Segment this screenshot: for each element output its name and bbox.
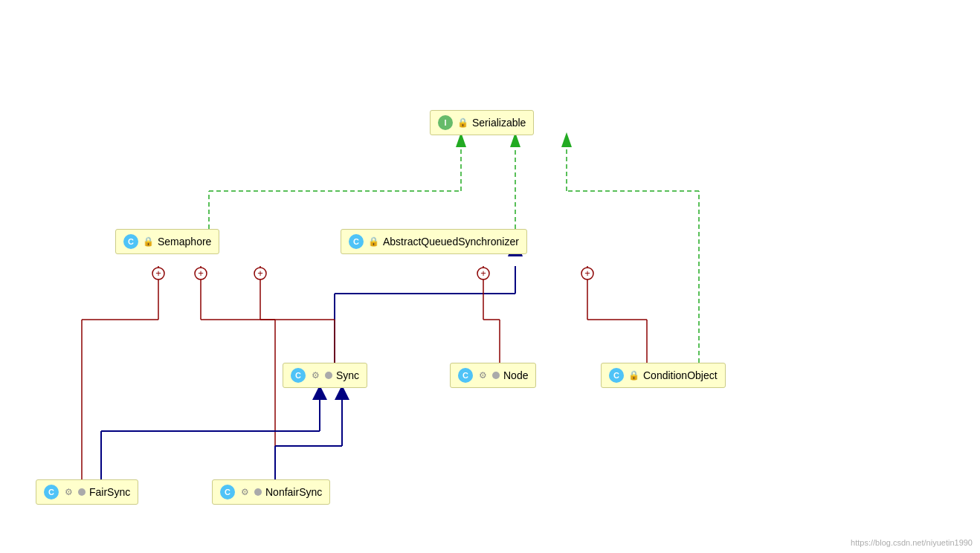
node-node: C ⚙ Node <box>450 363 536 388</box>
watermark: https://blog.csdn.net/niyuetin1990 <box>851 538 973 547</box>
semaphore-label: Semaphore <box>158 236 211 248</box>
svg-text:+: + <box>155 268 161 279</box>
svg-point-32 <box>477 268 489 279</box>
node-dot-icon <box>492 372 500 379</box>
node-type-icon: C <box>458 368 473 383</box>
aqs-label: AbstractQueuedSynchronizer <box>383 236 519 248</box>
serializable-node: I 🔒 Serializable <box>430 110 534 135</box>
semaphore-node: C 🔒 Semaphore <box>115 229 219 254</box>
conditionobject-label: ConditionObject <box>643 369 718 381</box>
conditionobject-lock-icon: 🔒 <box>628 369 639 381</box>
fairsync-gear-icon: ⚙ <box>62 486 74 498</box>
aqs-type-icon: C <box>349 234 364 249</box>
sync-node: C ⚙ Sync <box>283 363 367 388</box>
node-label: Node <box>503 369 528 381</box>
serializable-label: Serializable <box>472 117 526 129</box>
fairsync-type-icon: C <box>44 485 59 499</box>
svg-text:+: + <box>480 268 486 279</box>
node-gear-icon: ⚙ <box>477 369 489 381</box>
serializable-type-icon: I <box>438 115 453 130</box>
serializable-lock-icon: 🔒 <box>457 117 468 129</box>
svg-marker-9 <box>561 132 572 147</box>
nonfairsync-type-icon: C <box>220 485 235 499</box>
svg-point-37 <box>581 268 593 279</box>
sync-dot-icon <box>325 372 332 379</box>
fairsync-label: FairSync <box>89 486 130 498</box>
nonfairsync-label: NonfairSync <box>265 486 322 498</box>
sync-type-icon: C <box>291 368 306 383</box>
svg-point-23 <box>152 268 164 279</box>
nonfairsync-node: C ⚙ NonfairSync <box>212 479 330 505</box>
fairsync-node: C ⚙ FairSync <box>36 479 138 505</box>
fairsync-dot-icon <box>78 488 86 496</box>
nonfairsync-gear-icon: ⚙ <box>239 486 251 498</box>
svg-text:+: + <box>198 268 204 279</box>
conditionobject-type-icon: C <box>609 368 624 383</box>
diagram-container: + + + + + I 🔒 Serializable C <box>0 0 980 553</box>
svg-text:+: + <box>584 268 590 279</box>
semaphore-lock-icon: 🔒 <box>142 236 154 248</box>
aqs-node: C 🔒 AbstractQueuedSynchronizer <box>341 229 527 254</box>
svg-point-25 <box>195 268 207 279</box>
sync-label: Sync <box>336 369 359 381</box>
semaphore-type-icon: C <box>123 234 138 249</box>
aqs-lock-icon: 🔒 <box>367 236 379 248</box>
arrows-svg: + + + + + <box>0 0 980 553</box>
svg-point-27 <box>254 268 266 279</box>
svg-text:+: + <box>257 268 263 279</box>
nonfairsync-dot-icon <box>254 488 262 496</box>
sync-gear-icon: ⚙ <box>309 369 321 381</box>
conditionobject-node: C 🔒 ConditionObject <box>601 363 726 388</box>
